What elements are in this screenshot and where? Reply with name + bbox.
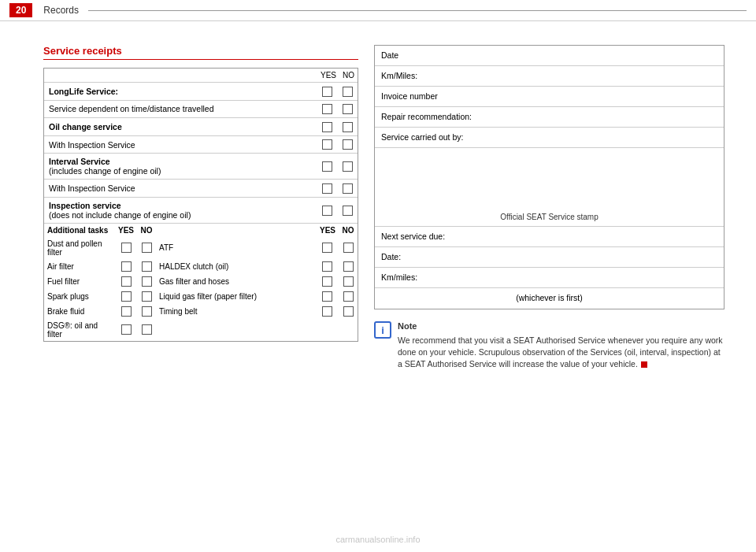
header-title: Records <box>43 5 79 16</box>
red-square-icon <box>641 361 647 368</box>
table-row: Service dependent on time/distance trave… <box>44 100 358 118</box>
yes-checkbox[interactable] <box>317 197 338 223</box>
service-carried-label: Service carried out by: <box>381 132 463 142</box>
no-checkbox[interactable] <box>338 154 358 180</box>
date-row: Date <box>375 46 724 66</box>
add-no2-check[interactable] <box>339 304 358 319</box>
row-label: Service dependent on time/distance trave… <box>44 100 317 118</box>
add-yes-header: YES <box>115 223 137 237</box>
add-no-check[interactable] <box>137 259 156 274</box>
table-row: Oil change service <box>44 118 358 136</box>
add-left-label: DSG®: oil and filter <box>44 319 115 341</box>
add-no2-check[interactable] <box>339 274 358 289</box>
additional-header-row: Additional tasks YES NO YES NO <box>44 223 358 237</box>
add-yes-check[interactable] <box>115 259 137 274</box>
row-label: With Inspection Service <box>44 180 317 198</box>
add-no2-header: NO <box>339 223 358 237</box>
date2-label: Date: <box>381 252 401 261</box>
table-row: Inspection service (does not include cha… <box>44 197 358 223</box>
yes-checkbox[interactable] <box>317 180 338 198</box>
no-checkbox[interactable] <box>338 135 358 154</box>
add-yes2-check[interactable] <box>317 237 339 259</box>
page-header: 20 Records <box>0 0 756 21</box>
add-right-label <box>156 319 317 341</box>
row-label: With Inspection Service <box>44 135 317 154</box>
page-number: 20 <box>9 3 32 17</box>
add-yes2-header: YES <box>317 223 339 237</box>
no-checkbox[interactable] <box>338 118 358 136</box>
add-right-label: HALDEX clutch (oil) <box>156 259 317 274</box>
additional-tasks-label: Additional tasks <box>44 223 115 237</box>
no-header: NO <box>338 69 358 83</box>
km-miles2-row: Km/miles: <box>375 268 724 288</box>
add-no2-check[interactable] <box>339 237 358 259</box>
add-no-check[interactable] <box>137 289 156 304</box>
next-service-row: Next service due: <box>375 227 724 247</box>
info-icon: i <box>374 321 391 339</box>
add-right-label: Timing belt <box>156 304 317 319</box>
add-yes-check[interactable] <box>115 289 137 304</box>
service-carried-row: Service carried out by: <box>375 128 724 148</box>
add-yes-check[interactable] <box>115 274 137 289</box>
add-spacer <box>156 223 317 237</box>
next-service-label: Next service due: <box>381 232 445 241</box>
add-left-label: Dust and pollen filter <box>44 237 115 259</box>
no-checkbox[interactable] <box>338 197 358 223</box>
row-label: LongLife Service: <box>44 83 317 101</box>
stamp-area-row: Official SEAT Service stamp <box>375 148 724 227</box>
add-right-label: Gas filter and hoses <box>156 274 317 289</box>
add-right-label: Liquid gas filter (paper filter) <box>156 289 317 304</box>
add-yes-check[interactable] <box>115 237 137 259</box>
yes-checkbox[interactable] <box>317 135 338 154</box>
right-column: Date Km/Miles: Invoice number Repair rec… <box>374 45 724 369</box>
table-row: With Inspection Service <box>44 135 358 154</box>
invoice-row: Invoice number <box>375 87 724 107</box>
additional-row: Brake fluid Timing belt <box>44 304 358 319</box>
info-icon-letter: i <box>381 324 384 336</box>
header-divider <box>88 10 747 11</box>
add-yes2-check[interactable] <box>317 274 339 289</box>
main-content: Service receipts YES NO LongLife Service… <box>0 21 756 385</box>
add-no2-check[interactable] <box>339 259 358 274</box>
add-yes-check[interactable] <box>115 319 137 341</box>
note-section: i Note We recommend that you visit a SEA… <box>374 320 724 369</box>
date-label: Date <box>381 50 398 60</box>
yes-checkbox[interactable] <box>317 83 338 101</box>
no-checkbox[interactable] <box>338 180 358 198</box>
add-yes-check[interactable] <box>115 304 137 319</box>
service-table: YES NO LongLife Service: Service depende… <box>43 68 358 342</box>
yes-checkbox[interactable] <box>317 154 338 180</box>
km-miles-row: Km/Miles: <box>375 66 724 87</box>
yes-header: YES <box>317 69 338 83</box>
add-yes2-check[interactable] <box>317 259 339 274</box>
yes-checkbox[interactable] <box>317 118 338 136</box>
note-title: Note <box>398 320 724 332</box>
info-box: Date Km/Miles: Invoice number Repair rec… <box>374 45 724 309</box>
invoice-label: Invoice number <box>381 91 438 101</box>
add-no-check[interactable] <box>137 319 156 341</box>
add-no2-check[interactable] <box>339 289 358 304</box>
additional-row: DSG®: oil and filter <box>44 319 358 341</box>
add-yes2-check[interactable] <box>317 289 339 304</box>
left-column: Service receipts YES NO LongLife Service… <box>43 45 358 369</box>
row-label: Oil change service <box>44 118 317 136</box>
additional-row: Air filter HALDEX clutch (oil) <box>44 259 358 274</box>
column-header-row: YES NO <box>44 69 358 83</box>
note-text: We recommend that you visit a SEAT Autho… <box>398 335 723 368</box>
add-no-check[interactable] <box>137 274 156 289</box>
yes-checkbox[interactable] <box>317 100 338 118</box>
additional-row: Fuel filter Gas filter and hoses <box>44 274 358 289</box>
table-row: LongLife Service: <box>44 83 358 101</box>
add-no-check[interactable] <box>137 237 156 259</box>
add-no-check[interactable] <box>137 304 156 319</box>
add-yes2-check[interactable] <box>317 304 339 319</box>
additional-row: Spark plugs Liquid gas filter (paper fil… <box>44 289 358 304</box>
no-checkbox[interactable] <box>338 83 358 101</box>
additional-tasks-table: Additional tasks YES NO YES NO Dust and … <box>44 223 358 341</box>
km-miles-label: Km/Miles: <box>381 71 417 80</box>
km-miles2-label: Km/miles: <box>381 272 417 282</box>
additional-row: Dust and pollen filter ATF <box>44 237 358 259</box>
no-checkbox[interactable] <box>338 100 358 118</box>
table-row: With Inspection Service <box>44 180 358 198</box>
row-label: Inspection service (does not include cha… <box>44 197 317 223</box>
